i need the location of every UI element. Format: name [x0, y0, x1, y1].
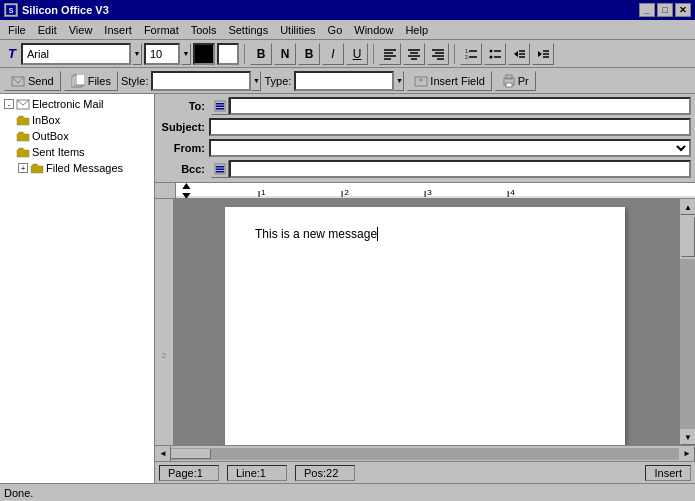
- type-dropdown-arrow[interactable]: ▼: [394, 71, 404, 91]
- align-right-button[interactable]: [427, 43, 449, 65]
- subject-row: Subject:: [159, 117, 691, 137]
- align-left-button[interactable]: [379, 43, 401, 65]
- bullet-list-button[interactable]: [484, 43, 506, 65]
- maximize-button[interactable]: □: [657, 3, 673, 17]
- to-addressbook-button[interactable]: [211, 97, 229, 115]
- svg-marker-59: [182, 193, 190, 199]
- svg-text:3: 3: [427, 188, 432, 197]
- sidebar-item-inbox[interactable]: InBox: [16, 112, 152, 128]
- font-size-selector[interactable]: 10: [144, 43, 180, 65]
- separator-2: [373, 44, 374, 64]
- bcc-row: Bcc:: [159, 159, 691, 179]
- menu-file[interactable]: File: [2, 21, 32, 39]
- svg-rect-47: [216, 169, 224, 171]
- sidebar-item-electronic-mail[interactable]: - Electronic Mail: [2, 96, 152, 112]
- status-bar: Page:1 Line:1 Pos:22 Insert: [155, 461, 695, 483]
- tree-expander-mail[interactable]: -: [4, 99, 14, 109]
- menu-window[interactable]: Window: [348, 21, 399, 39]
- print-button[interactable]: Pr: [495, 71, 536, 91]
- menu-settings[interactable]: Settings: [222, 21, 274, 39]
- svg-marker-58: [182, 183, 190, 189]
- menu-utilities[interactable]: Utilities: [274, 21, 321, 39]
- svg-rect-44: [216, 108, 224, 110]
- font-dropdown-arrow[interactable]: ▼: [132, 43, 142, 65]
- minimize-button[interactable]: _: [639, 3, 655, 17]
- scroll-left-button[interactable]: ◄: [155, 446, 171, 462]
- bcc-input[interactable]: [229, 160, 691, 178]
- left-gutter: 2: [155, 199, 175, 445]
- svg-rect-48: [216, 171, 224, 173]
- bcc-addressbook-button[interactable]: [211, 160, 229, 178]
- align-center-button[interactable]: [403, 43, 425, 65]
- font-size-dropdown-arrow[interactable]: ▼: [181, 43, 191, 65]
- sidebar-item-outbox[interactable]: OutBox: [16, 128, 152, 144]
- sidebar-item-sent[interactable]: Sent Items: [16, 144, 152, 160]
- font-selector[interactable]: Arial: [21, 43, 131, 65]
- pos-status: Pos:22: [295, 465, 355, 481]
- outline-box: [217, 43, 239, 65]
- svg-text:2: 2: [344, 188, 349, 197]
- scroll-thumb-vertical[interactable]: [681, 217, 695, 257]
- to-input[interactable]: [229, 97, 691, 115]
- separator-3: [454, 44, 455, 64]
- style-dropdown-arrow[interactable]: ▼: [251, 71, 261, 91]
- insert-mode: Insert: [645, 465, 691, 481]
- from-selector[interactable]: [209, 139, 691, 157]
- mail-root-icon: [16, 97, 30, 111]
- scroll-thumb-horizontal[interactable]: [171, 449, 211, 459]
- svg-marker-26: [538, 51, 542, 57]
- window-title: Silicon Office V3: [22, 4, 109, 16]
- italic-button[interactable]: I: [322, 43, 344, 65]
- bottom-bar: Done.: [0, 483, 695, 501]
- svg-rect-42: [216, 103, 224, 105]
- app-icon[interactable]: S: [4, 3, 18, 17]
- menu-insert[interactable]: Insert: [98, 21, 138, 39]
- scroll-track-vertical: [680, 259, 695, 429]
- ruler-marks: 1 2 3 4: [175, 183, 695, 199]
- horizontal-scrollbar[interactable]: ◄ ►: [155, 445, 695, 461]
- menu-help[interactable]: Help: [399, 21, 434, 39]
- subject-input[interactable]: [209, 118, 691, 136]
- sidebar-item-filed[interactable]: + Filed Messages: [16, 160, 152, 176]
- menu-go[interactable]: Go: [322, 21, 349, 39]
- svg-text:S: S: [9, 7, 14, 14]
- outdent-button[interactable]: [508, 43, 530, 65]
- send-button[interactable]: Send: [4, 71, 61, 91]
- menu-edit[interactable]: Edit: [32, 21, 63, 39]
- menu-view[interactable]: View: [63, 21, 99, 39]
- document-page: This is a new message: [225, 207, 625, 445]
- scroll-right-button[interactable]: ►: [679, 446, 695, 462]
- content-area: To: Subject: From: Bcc:: [155, 94, 695, 483]
- insert-field-button[interactable]: Insert Field: [407, 71, 491, 91]
- page-status: Page:1: [159, 465, 219, 481]
- menu-format[interactable]: Format: [138, 21, 185, 39]
- font-color-selector[interactable]: [193, 43, 215, 65]
- underline-button[interactable]: U: [346, 43, 368, 65]
- indent-button[interactable]: [532, 43, 554, 65]
- svg-rect-33: [76, 74, 85, 85]
- document-scroll-area[interactable]: This is a new message: [175, 199, 679, 445]
- scroll-up-button[interactable]: ▲: [680, 199, 695, 215]
- formatting-toolbar: T Arial ▼ 10 ▼ B N B I U 1.2.: [0, 40, 695, 68]
- sidebar: - Electronic Mail InBox OutBox Sent Ite: [0, 94, 155, 483]
- type-selector[interactable]: [294, 71, 394, 91]
- close-button[interactable]: ✕: [675, 3, 691, 17]
- inbox-icon: [16, 113, 30, 127]
- tree-expander-filed[interactable]: +: [18, 163, 28, 173]
- bold-button[interactable]: B: [250, 43, 272, 65]
- style-selector[interactable]: [151, 71, 251, 91]
- filed-icon: [30, 161, 44, 175]
- bold-format-button[interactable]: B: [298, 43, 320, 65]
- email-toolbar: Send Files Style: ▼ Type: ▼ Insert Field…: [0, 68, 695, 94]
- menu-tools[interactable]: Tools: [185, 21, 223, 39]
- bcc-label: Bcc:: [159, 163, 209, 175]
- numbered-list-button[interactable]: 1.2.: [460, 43, 482, 65]
- document-content: This is a new message: [255, 227, 377, 241]
- scroll-down-button[interactable]: ▼: [680, 429, 695, 445]
- svg-point-20: [490, 55, 493, 58]
- scroll-track-horizontal: [171, 448, 679, 460]
- svg-text:2.: 2.: [465, 54, 469, 60]
- vertical-scrollbar[interactable]: ▲ ▼: [679, 199, 695, 445]
- bold-n-button[interactable]: N: [274, 43, 296, 65]
- files-button[interactable]: Files: [64, 71, 118, 91]
